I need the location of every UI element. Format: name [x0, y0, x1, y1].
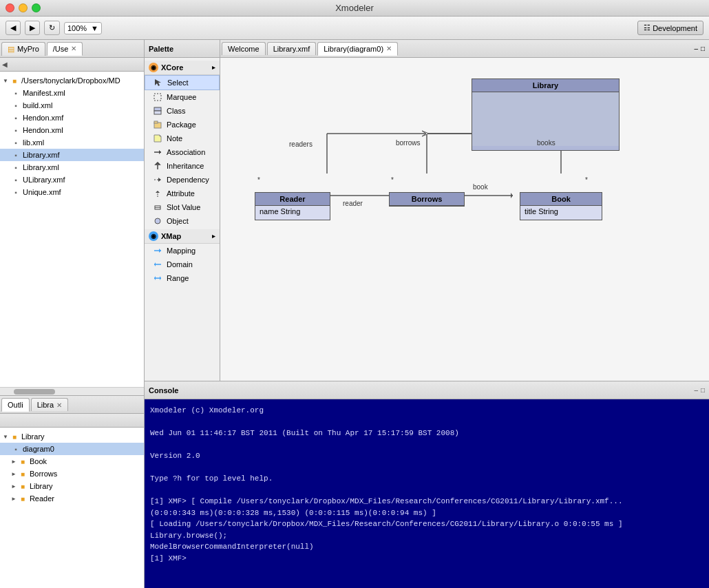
zoom-dropdown-icon[interactable]: ▼	[91, 24, 98, 32]
console-output[interactable]: Xmodeler (c) Xmodeler.org Wed Jun 01 11:…	[145, 399, 709, 588]
palette-item-attribute[interactable]: Attribute	[145, 187, 220, 200]
diagram-tab-diagram0[interactable]: Library(diagram0) ✕	[317, 42, 398, 56]
palette-item-mapping[interactable]: Mapping	[145, 244, 220, 258]
minimize-diagram-icon[interactable]: –	[694, 45, 698, 52]
tree-item-libxml[interactable]: ▪ lib.xml	[0, 136, 144, 149]
palette-section-xcore-header[interactable]: ◉ XCore ▸	[145, 61, 220, 75]
console-controls: – □	[694, 386, 705, 394]
dependency-icon	[153, 175, 162, 185]
palette-item-inheritance[interactable]: Inheritance	[145, 159, 220, 173]
diagram-tab-welcome-label: Welcome	[228, 45, 260, 53]
tree-panel-header: ◀	[0, 58, 144, 72]
tree-item-libraryxml-label: Library.xml	[23, 163, 59, 171]
range-icon	[153, 273, 162, 283]
tree-item-hendonxml-label: Hendon.xml	[23, 126, 63, 134]
tree-item-ulibraryxmf[interactable]: ▪ ULibrary.xmf	[0, 174, 144, 186]
palette-item-select[interactable]: Select	[145, 75, 220, 90]
console-line-7: Type ?h for top level help.	[150, 473, 703, 485]
outline-panel-header	[0, 414, 144, 428]
object-icon	[153, 216, 162, 226]
tab-use-close[interactable]: ✕	[71, 45, 76, 52]
slotvalue-icon	[153, 202, 162, 212]
tab-library-close[interactable]: ✕	[56, 401, 62, 409]
tab-mypro[interactable]: ▤ MyPro	[1, 42, 45, 56]
tree-item-uniquexmf[interactable]: ▪ Unique.xmf	[0, 186, 144, 198]
uml-box-book[interactable]: Book title String	[520, 192, 602, 220]
palette-item-domain[interactable]: Domain	[145, 258, 220, 271]
scroll-left-icon[interactable]: ◀	[0, 61, 10, 68]
tree-item-libraryxmf[interactable]: ▪ Library.xmf	[0, 149, 144, 161]
outline-item-reader[interactable]: ► ■ Reader	[0, 492, 144, 505]
palette-item-association[interactable]: Association	[145, 145, 220, 159]
outline-file-diagram0-icon: ▪	[11, 444, 21, 454]
minimize-button[interactable]	[19, 3, 28, 12]
right-panel: Palette ◉ XCore ▸	[145, 40, 709, 588]
palette-tab-bar: Palette	[145, 40, 220, 58]
tree-root-label: /Users/tonyclark/Dropbox/MD	[21, 76, 120, 85]
svg-rect-1	[154, 94, 161, 101]
tab-outline[interactable]: Outli	[1, 398, 30, 412]
tab-use[interactable]: /Use ✕	[47, 42, 83, 56]
console-maximize-button[interactable]: □	[701, 386, 705, 394]
tree-item-hendonxmf[interactable]: ▪ Hendon.xmf	[0, 112, 144, 124]
outline-folder-library2-icon: ■	[18, 481, 28, 491]
palette-item-dependency-label: Dependency	[167, 176, 209, 184]
forward-button[interactable]: ▶	[25, 21, 40, 35]
refresh-button[interactable]: ↻	[44, 21, 60, 35]
palette-item-marquee[interactable]: Marquee	[145, 90, 220, 104]
file-tree[interactable]: ▼ ■ /Users/tonyclark/Dropbox/MD ▪ Manife…	[0, 72, 144, 387]
tree-item-hendonxml[interactable]: ▪ Hendon.xml	[0, 124, 144, 136]
diagram-tab-libraryxmf[interactable]: Library.xmf	[267, 42, 317, 55]
tree-item-libraryxml[interactable]: ▪ Library.xml	[0, 161, 144, 174]
uml-box-borrows[interactable]: Borrows	[389, 192, 465, 207]
outline-tree[interactable]: ▼ ■ Library ▪ diagram0 ► ■ Book ► ■ Borr…	[0, 428, 144, 588]
palette-section-xmap-header[interactable]: ◉ XMap ▸	[145, 229, 220, 244]
uml-box-reader[interactable]: Reader name String	[255, 192, 330, 220]
outline-item-library-root[interactable]: ▼ ■ Library	[0, 430, 144, 443]
maximize-button[interactable]	[32, 3, 41, 12]
main-area: ▤ MyPro /Use ✕ ◀ ▼ ■ /Users/tonyclark/Dr…	[0, 40, 709, 588]
top-right: Palette ◉ XCore ▸	[145, 40, 709, 381]
palette-item-slotvalue[interactable]: Slot Value	[145, 200, 220, 214]
file-icon-libraryxmf: ▪	[11, 150, 21, 160]
tree-scrollbar[interactable]	[0, 387, 144, 395]
window-controls[interactable]	[6, 3, 41, 12]
palette-item-note[interactable]: Note	[145, 132, 220, 145]
uml-box-reader-title: Reader	[255, 193, 330, 206]
bottom-left-panel: Outli Libra ✕ ▼ ■ Library ▪ diagram0	[0, 395, 144, 588]
tree-root[interactable]: ▼ ■ /Users/tonyclark/Dropbox/MD	[0, 74, 144, 87]
console-line-1: Xmodeler (c) Xmodeler.org	[150, 405, 703, 417]
outline-item-diagram0[interactable]: ▪ diagram0	[0, 443, 144, 455]
outline-item-borrows[interactable]: ► ■ Borrows	[0, 468, 144, 480]
tab-library[interactable]: Libra ✕	[31, 398, 68, 411]
svg-marker-39	[511, 193, 513, 198]
file-icon-hendonxml: ▪	[11, 125, 21, 135]
file-icon-build: ▪	[11, 101, 21, 110]
diagram-tab-welcome[interactable]: Welcome	[222, 42, 266, 55]
palette-item-package[interactable]: Package	[145, 118, 220, 132]
palette-item-dependency[interactable]: Dependency	[145, 173, 220, 187]
close-button[interactable]	[6, 3, 14, 12]
console-minimize-button[interactable]: –	[694, 386, 698, 394]
diagram-tab-diagram0-close[interactable]: ✕	[386, 45, 392, 52]
tab-use-label: /Use	[53, 45, 69, 53]
outline-item-book[interactable]: ► ■ Book	[0, 455, 144, 468]
palette-item-object[interactable]: Object	[145, 214, 220, 228]
diagram-area[interactable]: Welcome Library.xmf Library(diagram0) ✕ …	[220, 40, 709, 381]
outline-item-library[interactable]: ► ■ Library	[0, 480, 144, 492]
back-button[interactable]: ◀	[6, 21, 21, 35]
uml-box-borrows-title: Borrows	[390, 193, 464, 206]
scrollbar-thumb[interactable]	[14, 389, 55, 395]
palette-item-range[interactable]: Range	[145, 271, 220, 285]
palette-item-package-label: Package	[167, 120, 196, 129]
outline-folder-library-icon: ■	[10, 432, 19, 441]
diagram-tab-diagram0-label: Library(diagram0)	[324, 45, 383, 53]
dev-workspace-button[interactable]: ☷ Development	[637, 21, 703, 35]
tree-item-build[interactable]: ▪ build.xml	[0, 99, 144, 112]
palette-item-class[interactable]: Class	[145, 104, 220, 118]
uml-box-library-body	[472, 92, 619, 146]
zoom-control[interactable]: 100% ▼	[64, 22, 102, 34]
tree-item-manifest[interactable]: ▪ Manifest.xml	[0, 87, 144, 99]
maximize-diagram-icon[interactable]: □	[701, 45, 705, 52]
svg-rect-2	[154, 107, 161, 111]
